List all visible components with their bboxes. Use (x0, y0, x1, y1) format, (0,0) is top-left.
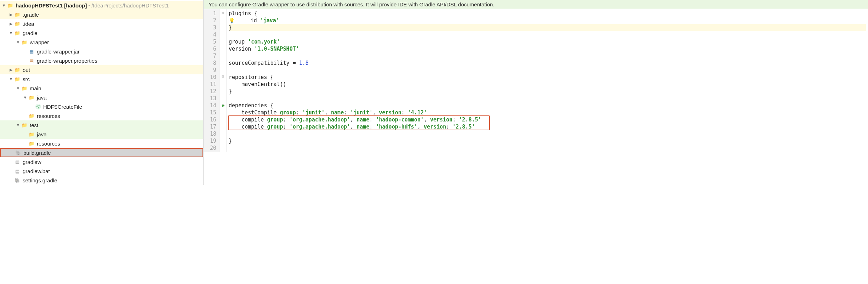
line-number: 3 (210, 24, 216, 31)
chevron-down-icon[interactable]: ▼ (16, 123, 21, 127)
token-str: 'junit' (302, 109, 325, 116)
line-number: 17 (210, 123, 216, 130)
code-area[interactable]: 12345678910111213▶14151617181920 ⊟⊟⊟ plu… (204, 9, 868, 152)
run-gutter-icon[interactable]: ▶ (222, 102, 225, 109)
tree-label: main (30, 85, 41, 91)
token-str: 'org.apache.hadoop' (290, 124, 350, 130)
token-name: version (379, 109, 401, 116)
chevron-down-icon[interactable]: ▼ (16, 86, 21, 91)
token-plain: compile (229, 117, 267, 123)
chevron-right-icon[interactable]: ▶ (8, 12, 13, 17)
tree-row-build.gradle[interactable]: ▶🐘build.gradle (0, 148, 203, 157)
tree-row-test[interactable]: ▼📁test (0, 120, 203, 130)
tree-row-gradlew.bat[interactable]: ▶▤gradlew.bat (0, 166, 203, 176)
code-line[interactable] (229, 52, 866, 59)
chevron-down-icon[interactable]: ▼ (8, 76, 13, 81)
tree-row-gradlew[interactable]: ▶▤gradlew (0, 157, 203, 166)
token-name: version (424, 124, 446, 130)
code-line[interactable]: group 'com.york' (229, 38, 866, 45)
tree-row-gradle-wrapper.properties[interactable]: ▶▤gradle-wrapper.properties (0, 56, 203, 65)
code-line[interactable] (229, 95, 866, 102)
code-line[interactable]: compile group: 'org.apache.hadoop', name… (229, 116, 866, 123)
tree-row-resources[interactable]: ▶📁resources (0, 111, 203, 120)
tree-row-HDFSCreateFile[interactable]: ▶ⓒHDFSCreateFile (0, 102, 203, 111)
code-body[interactable]: plugins {💡 id 'java'}group 'com.york'ver… (227, 9, 868, 152)
token-plain: id (238, 17, 260, 24)
token-plain: : (446, 124, 452, 130)
chevron-down-icon[interactable]: ▼ (8, 30, 13, 35)
fold-marker (219, 144, 226, 151)
line-number: 8 (210, 59, 216, 67)
token-str: '2.8.5' (452, 124, 475, 130)
line-number: 15 (210, 109, 216, 116)
code-line[interactable]: } (229, 24, 866, 31)
token-name: group (267, 124, 283, 130)
code-line[interactable]: } (229, 88, 866, 95)
file-grey-icon: ▤ (14, 159, 21, 165)
code-line[interactable]: plugins { (229, 10, 866, 17)
token-plain: : (369, 124, 376, 130)
code-line[interactable] (229, 130, 866, 137)
code-line[interactable] (229, 144, 866, 152)
chevron-right-icon[interactable]: ▶ (8, 67, 13, 72)
token-plain: , (417, 124, 424, 130)
token-plain: : (296, 109, 302, 116)
fold-marker[interactable]: ⊟ (219, 9, 226, 16)
code-line[interactable]: compile group: 'org.apache.hadoop', name… (229, 123, 866, 130)
fold-marker (219, 30, 226, 38)
token-plain: repositories { (229, 74, 273, 80)
fold-column[interactable]: ⊟⊟⊟ (219, 9, 227, 152)
tree-row-.gradle[interactable]: ▶📁.gradle (0, 10, 203, 19)
chevron-down-icon[interactable]: ▼ (16, 40, 21, 45)
tree-row-gradle[interactable]: ▼📁gradle (0, 28, 203, 38)
tree-row-src[interactable]: ▼📁src (0, 74, 203, 84)
code-line[interactable]: repositories { (229, 74, 866, 81)
chevron-down-icon[interactable]: ▼ (23, 95, 28, 100)
token-str: 'java' (260, 17, 279, 24)
file-class-icon: ⓒ (35, 104, 41, 109)
line-number: 7 (210, 52, 216, 59)
token-plain: group (229, 39, 248, 45)
token-plain: } (229, 24, 232, 31)
code-line[interactable]: version '1.0-SNAPSHOT' (229, 45, 866, 52)
code-line[interactable] (229, 67, 866, 74)
tree-row-resources[interactable]: ▶📁resources (0, 139, 203, 148)
fold-marker[interactable]: ⊟ (219, 73, 226, 80)
line-number: 9 (210, 67, 216, 74)
token-name: group (280, 109, 296, 116)
token-plain: mavenCentral() (229, 81, 286, 87)
editor-panel: You can configure Gradle wrapper to use … (204, 0, 868, 185)
chevron-right-icon[interactable]: ▶ (8, 21, 13, 26)
tree-row-wrapper[interactable]: ▼📁wrapper (0, 38, 203, 47)
tree-row-out[interactable]: ▶📁out (0, 65, 203, 74)
gradle-banner[interactable]: You can configure Gradle wrapper to use … (204, 0, 868, 9)
folder-grey-icon: 📁 (28, 140, 35, 147)
tree-row-main[interactable]: ▼📁main (0, 84, 203, 93)
code-line[interactable]: testCompile group: 'junit', name: 'junit… (229, 109, 866, 116)
tree-row-.idea[interactable]: ▶📁.idea (0, 19, 203, 28)
code-line[interactable]: } (229, 137, 866, 144)
code-line[interactable]: dependencies { (229, 102, 866, 109)
tree-row-java[interactable]: ▶📁java (0, 130, 203, 139)
intention-bulb-icon[interactable]: 💡 (229, 18, 238, 23)
token-plain: } (229, 88, 232, 95)
tree-row-gradle-wrapper.jar[interactable]: ▶▦gradle-wrapper.jar (0, 47, 203, 56)
tree-label: java (37, 95, 47, 101)
project-tree[interactable]: ▼📁hadoopHDFSTest1 [hadoop] ~/IdeaProject… (0, 0, 204, 185)
code-line[interactable]: mavenCentral() (229, 81, 866, 88)
tree-row-settings.gradle[interactable]: ▶🐘settings.gradle (0, 176, 203, 185)
fold-marker (219, 94, 226, 101)
token-name: name (356, 124, 369, 130)
code-line[interactable] (229, 31, 866, 38)
chevron-down-icon[interactable]: ▼ (1, 3, 6, 8)
tree-row-java[interactable]: ▼📁java (0, 93, 203, 102)
folder-green-icon: 📁 (28, 131, 35, 137)
token-str: '1.0-SNAPSHOT' (254, 46, 299, 52)
token-str: 'com.york' (248, 39, 280, 45)
line-number: 14 (210, 102, 216, 109)
code-line[interactable]: sourceCompatibility = 1.8 (229, 59, 866, 67)
tree-label: test (30, 122, 38, 128)
tree-label: gradlew.bat (23, 168, 50, 174)
code-line[interactable]: 💡 id 'java' (229, 17, 866, 24)
tree-row-hadoopHDFSTest1[interactable]: ▼📁hadoopHDFSTest1 [hadoop] ~/IdeaProject… (0, 1, 203, 10)
